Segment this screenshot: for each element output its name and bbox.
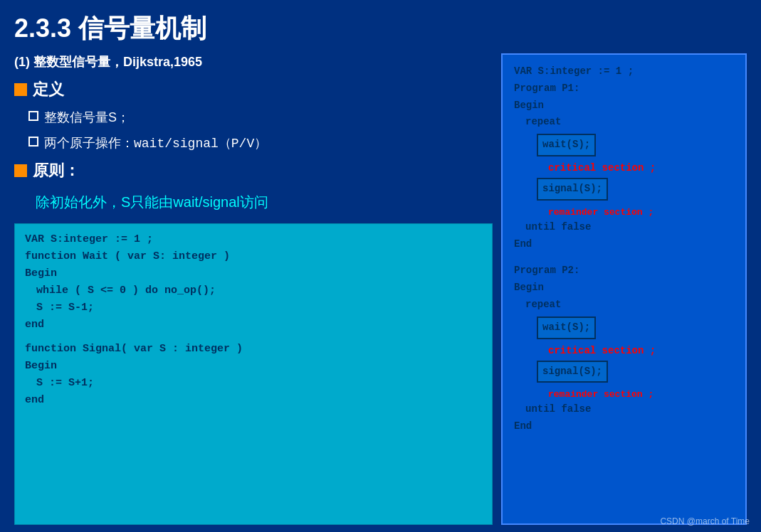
p2-critical-text: critical section ;: [548, 345, 656, 356]
bullet-item-1: 整数信号量S；: [14, 109, 493, 126]
p2-until: until false: [514, 401, 734, 418]
p1-end: End: [514, 236, 734, 253]
p2-signal-inner: signal(S);: [537, 361, 608, 383]
code-line-6: end: [25, 316, 482, 334]
p1-wait-box: wait(S);: [514, 132, 734, 158]
code-line-4: while ( S <= 0 ) do no_op();: [25, 282, 482, 299]
define-header: 定义: [14, 79, 493, 100]
code-line-8: Begin: [25, 358, 482, 375]
right-var-line: VAR S:integer := 1 ;: [514, 63, 734, 80]
p1-critical-line: critical section ;: [514, 161, 734, 174]
code-line-5: S := S-1;: [25, 299, 482, 316]
p1-wait-inner: wait(S);: [537, 134, 596, 156]
principle-title: 原则：: [33, 160, 80, 181]
p2-end: End: [514, 418, 734, 435]
left-code-box: VAR S:integer := 1 ; function Wait ( var…: [14, 223, 493, 525]
p2-wait-box: wait(S);: [514, 315, 734, 341]
code-line-empty: [25, 334, 482, 341]
p2-repeat: repeat: [514, 297, 734, 314]
content-row: (1) 整数型信号量，Dijkstra,1965 定义 整数信号量S； 两个原子…: [14, 53, 747, 525]
small-square-icon-2: [28, 137, 38, 147]
code-line-10: end: [25, 392, 482, 409]
code-line-3: Begin: [25, 265, 482, 282]
p1-begin: Begin: [514, 97, 734, 115]
subtitle: (1) 整数型信号量，Dijkstra,1965: [14, 53, 493, 70]
main-container: 2.3.3 信号量机制 (1) 整数型信号量，Dijkstra,1965 定义 …: [0, 0, 761, 532]
right-column: VAR S:integer := 1 ; Program P1: Begin r…: [501, 53, 747, 525]
bullet-text-1: 整数信号量S；: [44, 109, 130, 126]
right-empty-1: [514, 252, 734, 262]
p1-repeat: repeat: [514, 114, 734, 131]
principle-header: 原则：: [14, 160, 493, 181]
p1-critical-text: critical section ;: [548, 162, 656, 174]
p2-critical-line: critical section ;: [514, 344, 734, 356]
p1-signal-inner: signal(S);: [537, 178, 608, 201]
left-column: (1) 整数型信号量，Dijkstra,1965 定义 整数信号量S； 两个原子…: [14, 53, 493, 525]
principle-text: 除初始化外，S只能由wait/signal访问: [14, 193, 493, 212]
watermark: CSDN @march of Time: [660, 516, 750, 526]
bullet-item-2: 两个原子操作：wait/signal（P/V）: [14, 134, 493, 151]
p2-begin: Begin: [514, 280, 734, 297]
p2-signal-text: signal(S);: [542, 366, 602, 377]
bullet-text-2: 两个原子操作：wait/signal（P/V）: [44, 134, 267, 151]
p2-label: Program P2:: [514, 262, 734, 280]
code-line-1: VAR S:integer := 1 ;: [25, 231, 482, 248]
code-line-9: S := S+1;: [25, 375, 482, 392]
small-square-icon-1: [28, 111, 38, 121]
orange-square-icon: [14, 83, 27, 96]
p2-wait-text: wait(S);: [542, 321, 590, 333]
code-line-7: function Signal( var S : integer ): [25, 341, 482, 358]
p1-label: Program P1:: [514, 80, 734, 97]
p2-remainder-line: remainder section ;: [514, 387, 734, 400]
p1-until: until false: [514, 219, 734, 236]
p1-remainder-line: remainder section ;: [514, 205, 734, 218]
orange-square-icon-2: [14, 164, 27, 177]
p1-signal-text: signal(S);: [542, 183, 602, 194]
code-line-2: function Wait ( var S: integer ): [25, 248, 482, 265]
p2-signal-box: signal(S);: [514, 359, 734, 385]
page-title: 2.3.3 信号量机制: [14, 11, 747, 46]
p2-remainder-text: remainder section ;: [548, 389, 654, 400]
define-title: 定义: [33, 79, 64, 100]
p1-signal-box: signal(S);: [514, 176, 734, 202]
p1-remainder-text: remainder section ;: [548, 207, 654, 218]
p2-wait-inner: wait(S);: [537, 316, 596, 339]
p1-wait-text: wait(S);: [542, 139, 590, 150]
